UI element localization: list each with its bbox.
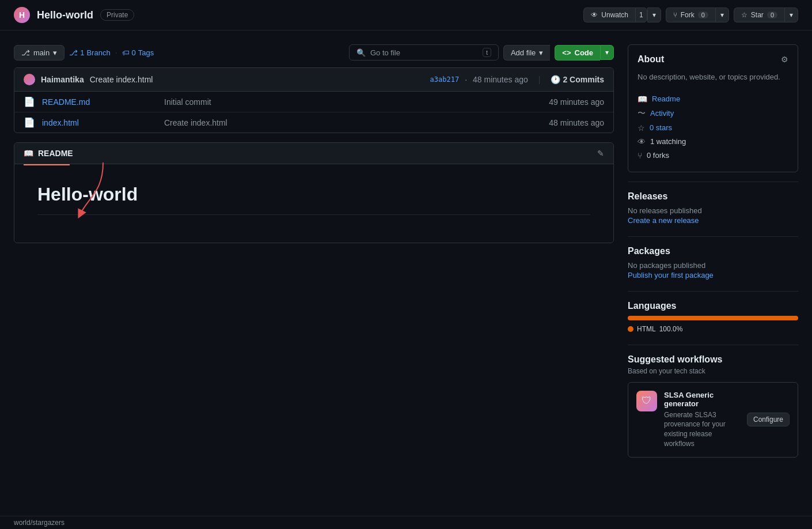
divider-releases — [628, 182, 798, 182]
readme-header: 📖 README ✎ — [14, 143, 613, 164]
packages-title: Packages — [628, 246, 798, 256]
right-panel: About ⚙ No description, website, or topi… — [628, 44, 798, 469]
commit-hash[interactable]: a3ab217 — [430, 75, 460, 84]
table-row: 📄 README.md Initial commit 49 minutes ag… — [14, 92, 613, 112]
readme-heading: Hello-world — [37, 184, 590, 215]
repo-title: Hello-world — [37, 9, 93, 21]
repo-avatar: H — [14, 7, 30, 23]
about-link-stars: ☆ 0 stars — [638, 121, 788, 135]
book-icon: 📖 — [638, 95, 647, 104]
file-table-wrapper: Haimantika Create index.html a3ab217 · 4… — [14, 67, 614, 133]
html-percent: 100.0% — [659, 325, 683, 333]
no-packages-text: No packages published — [628, 261, 798, 270]
commit-author: Haimantika — [41, 75, 84, 84]
about-header: About ⚙ — [638, 54, 788, 65]
readme-title: README — [38, 149, 73, 158]
suggested-title: Suggested workflows — [628, 354, 798, 365]
configure-button[interactable]: Configure — [747, 413, 790, 426]
tag-count-link[interactable]: 🏷 0 Tags — [122, 48, 154, 57]
header-actions: 👁 Unwatch 1 ▾ ⑂ Fork 0 ▾ ☆ Star 0 ▾ — [583, 7, 798, 22]
workflow-icon: 🛡 — [636, 391, 657, 411]
publish-package-link[interactable]: Publish your first package — [628, 271, 798, 279]
file-commit-index: Create index.html — [164, 118, 542, 127]
file-name-readme[interactable]: README.md — [42, 97, 157, 107]
toolbar: ⎇ main ▾ ⎇ 1 Branch · 🏷 0 Tags 🔍 Go to f… — [14, 44, 614, 61]
branch-count-icon: ⎇ — [69, 48, 78, 57]
language-html: HTML 100.0% — [628, 325, 798, 333]
add-file-button[interactable]: Add file ▾ — [503, 45, 550, 61]
unwatch-count: 1 — [635, 7, 647, 22]
divider-packages — [628, 236, 798, 237]
workflow-card: 🛡 SLSA Generic generator Generate SLSA3 … — [628, 382, 798, 458]
language-bar — [628, 316, 798, 320]
code-dropdown[interactable]: ▾ — [600, 45, 614, 60]
code-group: <> Code ▾ — [555, 45, 614, 61]
unwatch-dropdown[interactable]: ▾ — [647, 7, 661, 22]
file-time-index: 48 minutes ago — [549, 118, 604, 127]
status-text: world/stargazers — [14, 519, 64, 527]
html-label: HTML — [637, 325, 656, 333]
file-name-index[interactable]: index.html — [42, 118, 157, 127]
tag-icon: 🏷 — [122, 48, 130, 57]
readme-edit-button[interactable]: ✎ — [597, 149, 604, 158]
html-dot — [628, 326, 633, 332]
star-dropdown[interactable]: ▾ — [784, 7, 798, 22]
activity-link[interactable]: Activity — [650, 109, 674, 118]
commits-count-link[interactable]: 🕐 2 Commits — [551, 75, 604, 84]
about-link-forks: ⑂ 0 forks — [638, 149, 788, 163]
add-file-group: Add file ▾ — [503, 45, 550, 61]
search-shortcut: t — [483, 48, 491, 57]
fork-dropdown[interactable]: ▾ — [715, 7, 729, 22]
status-bar: world/stargazers — [0, 516, 812, 529]
settings-icon[interactable]: ⚙ — [781, 55, 788, 64]
suggested-subtitle: Based on your tech stack — [628, 367, 798, 375]
commit-time: · — [465, 75, 467, 84]
languages-section: Languages HTML 100.0% — [628, 301, 798, 333]
commit-message: Create index.html — [90, 75, 153, 84]
packages-section: Packages No packages published Publish y… — [628, 246, 798, 279]
file-commit-readme: Initial commit — [164, 97, 542, 107]
file-table: Haimantika Create index.html a3ab217 · 4… — [14, 67, 614, 133]
commit-header: Haimantika Create index.html a3ab217 · 4… — [14, 68, 613, 92]
fork-button[interactable]: ⑂ Fork 0 — [666, 7, 715, 22]
stars-link[interactable]: 0 stars — [650, 123, 672, 132]
about-link-activity: 〜 Activity — [638, 106, 788, 121]
fork-icon: ⑂ — [673, 11, 677, 19]
about-link-watching: 👁 1 watching — [638, 135, 788, 149]
branch-selector[interactable]: ⎇ main ▾ — [14, 45, 64, 61]
readme-body: Hello-world — [14, 165, 613, 243]
activity-icon: 〜 — [638, 108, 646, 119]
about-link-readme: 📖 Readme — [638, 92, 788, 106]
about-links: 📖 Readme 〜 Activity ☆ 0 stars 👁 1 watchi… — [638, 92, 788, 163]
releases-title: Releases — [628, 191, 798, 202]
forks-text: 0 forks — [647, 151, 669, 160]
branch-count-link[interactable]: ⎇ 1 Branch — [69, 48, 110, 57]
watching-text: 1 watching — [650, 137, 686, 146]
about-section: About ⚙ No description, website, or topi… — [628, 44, 798, 172]
about-description: No description, website, or topics provi… — [638, 71, 788, 83]
about-title: About — [638, 54, 664, 65]
workflow-description: Generate SLSA3 provenance for your exist… — [664, 410, 740, 449]
visibility-badge: Private — [100, 9, 134, 21]
star-button[interactable]: ☆ Star 0 — [734, 7, 784, 22]
no-releases-text: No releases published — [628, 206, 798, 215]
create-release-link[interactable]: Create a new release — [628, 216, 798, 225]
commit-time-value: 48 minutes ago — [473, 75, 528, 84]
unwatch-group: 👁 Unwatch 1 ▾ — [583, 7, 661, 22]
top-header: H Hello-world Private 👁 Unwatch 1 ▾ ⑂ Fo… — [0, 0, 812, 31]
readme-book-icon: 📖 — [24, 149, 33, 158]
languages-title: Languages — [628, 301, 798, 311]
divider-workflows — [628, 345, 798, 345]
readme-link[interactable]: Readme — [652, 95, 680, 103]
code-button[interactable]: <> Code — [555, 45, 600, 61]
table-row: 📄 index.html Create index.html 48 minute… — [14, 112, 613, 133]
fork-group: ⑂ Fork 0 ▾ — [666, 7, 729, 22]
eye-icon: 👁 — [591, 11, 598, 19]
fork-about-icon: ⑂ — [638, 151, 642, 160]
unwatch-button[interactable]: 👁 Unwatch — [583, 7, 635, 22]
search-icon: 🔍 — [356, 48, 366, 57]
readme-section: 📖 README ✎ Hello-world — [14, 142, 614, 243]
left-panel: ⎇ main ▾ ⎇ 1 Branch · 🏷 0 Tags 🔍 Go to f… — [14, 44, 614, 469]
search-bar[interactable]: 🔍 Go to file t — [349, 44, 499, 61]
workflow-info: SLSA Generic generator Generate SLSA3 pr… — [664, 391, 740, 449]
